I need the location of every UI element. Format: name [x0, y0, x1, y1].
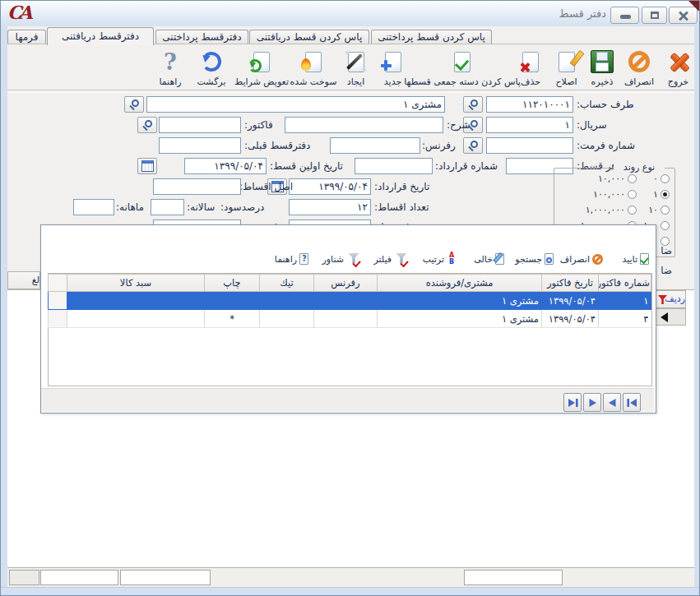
cancel-button[interactable]: انصراف	[620, 47, 658, 88]
col-tick[interactable]: تيك	[260, 275, 314, 292]
table-row[interactable]: ۱ ۱۳۹۹/۰۵/۰۴ مشتری ۱	[49, 292, 651, 310]
dialog-confirm-button[interactable]: تاييد	[622, 250, 649, 268]
dialog-float-button[interactable]: شناور	[322, 250, 359, 268]
rounding-radio-10[interactable]	[661, 206, 670, 215]
label-reference: رفرنس:	[422, 137, 461, 154]
col-print[interactable]: چاپ	[205, 275, 260, 292]
account-party-field[interactable]: ۱۱۲۰۱۰۰۰۱	[486, 96, 573, 113]
new-button[interactable]: جديد	[375, 47, 410, 88]
save-icon	[588, 48, 616, 76]
prev-book-field[interactable]	[159, 137, 241, 154]
minimize-button[interactable]	[610, 7, 639, 24]
reference-field[interactable]	[330, 137, 420, 154]
batch-pass-button[interactable]: پاس كردن دسته جمعی قسطها	[412, 47, 512, 88]
dialog-search-button[interactable]: جستجو	[515, 250, 554, 268]
create-button[interactable]: ايجاد	[338, 47, 373, 88]
invoice-search-button[interactable]	[137, 117, 157, 133]
filter-icon	[394, 253, 407, 266]
search-icon	[545, 253, 554, 265]
burned-icon	[299, 48, 327, 76]
status-panel-3	[120, 570, 211, 585]
search-icon	[471, 99, 478, 107]
monthly-interest-field[interactable]	[73, 199, 114, 215]
exit-icon	[665, 48, 693, 76]
nav-prev-button[interactable]	[603, 393, 621, 412]
account-name-field[interactable]: مشتری ۱	[146, 96, 445, 113]
description-field[interactable]	[285, 117, 443, 133]
tab-pass-receivable[interactable]: پاس كردن قسط دريافتنی	[249, 30, 369, 44]
corner-accent	[688, 1, 699, 12]
calendar-icon	[141, 160, 154, 172]
format-number-field[interactable]	[486, 137, 573, 154]
format-search-button[interactable]	[463, 137, 483, 154]
table-header-row: شماره فاكتور تاريخ فاكتور مشتری/فروشنده …	[49, 275, 651, 292]
label-principal: اصل اقساط:	[243, 178, 293, 195]
rounding-radio-0[interactable]	[661, 174, 670, 183]
dialog-sort-button[interactable]: ترتيب	[423, 250, 457, 268]
tab-forms[interactable]: فرمها	[7, 30, 46, 44]
rounding-radio-100[interactable]	[661, 221, 670, 230]
col-invoice-number[interactable]: شماره فاكتور	[599, 275, 651, 292]
label-prev-book: دفترقسط قبلی:	[244, 137, 315, 154]
rounding-radio-1000000[interactable]	[628, 206, 637, 215]
col-customer-seller[interactable]: مشتری/فروشنده	[378, 275, 542, 292]
frame-bottom	[1, 587, 700, 596]
grid-row-indicator-cell	[655, 308, 686, 326]
frame-right	[694, 26, 700, 596]
account-party-search-button[interactable]	[463, 96, 483, 113]
tab-payable-book[interactable]: دفترقسط پرداختنی	[155, 30, 248, 44]
installment-count-field[interactable]: ۱۲	[289, 199, 371, 215]
col-invoice-date[interactable]: تاريخ فاكتور	[542, 275, 599, 292]
restore-icon	[651, 12, 659, 19]
first-installment-date-field[interactable]: ۱۳۹۹/۰۵/۰۴	[184, 158, 267, 174]
tab-pass-payable[interactable]: پاس كردن قسط پرداختنی	[371, 30, 492, 44]
nav-last-button[interactable]	[563, 393, 582, 412]
invoice-field[interactable]	[159, 117, 241, 133]
help-button[interactable]: راهنما	[152, 47, 188, 88]
label-contract-number: شماره قرارداد:	[435, 158, 503, 174]
dialog-cancel-button[interactable]: انصراف	[560, 250, 603, 268]
serial-field[interactable]: ۱	[486, 117, 573, 133]
dialog-clear-button[interactable]: خالی	[474, 250, 504, 268]
dialog-help-button[interactable]: راهنما	[275, 250, 308, 268]
last-record-icon	[568, 399, 578, 407]
col-reference[interactable]: رفرنس	[314, 275, 378, 292]
rounding-radio-1[interactable]	[661, 190, 670, 199]
frame-left	[1, 26, 7, 596]
account-name-search-button[interactable]	[124, 96, 144, 113]
guarantor-label-fragment-1: ضا	[656, 245, 672, 256]
cancel-icon	[625, 48, 653, 76]
annual-interest-field[interactable]	[151, 199, 184, 215]
rounding-radio-10000[interactable]	[628, 174, 637, 183]
table-row[interactable]: ۴ ۱۳۹۹/۰۵/۰۴ مشتری ۱ *	[49, 310, 651, 328]
contract-date-field[interactable]: ۱۳۹۹/۰۵/۰۴	[289, 178, 371, 195]
invoice-table-container: شماره فاكتور تاريخ فاكتور مشتری/فروشنده …	[48, 273, 652, 386]
exchange-terms-button[interactable]: تعويض شرايط	[234, 47, 289, 88]
nav-next-button[interactable]	[583, 393, 601, 412]
edit-button[interactable]: اصلاح	[549, 47, 584, 88]
restore-button[interactable]	[642, 7, 667, 24]
dialog-filter-button[interactable]: فيلتر	[373, 250, 407, 268]
save-button[interactable]: ذخيره	[586, 47, 619, 88]
exit-button[interactable]: خروج	[660, 47, 697, 88]
rounding-label-100000: ۱۰۰,۰۰۰	[567, 189, 625, 200]
label-format-number: شماره فرمت:	[577, 137, 652, 154]
batch-pass-icon	[448, 48, 476, 76]
first-date-calendar-button[interactable]	[137, 158, 157, 174]
col-indicator	[49, 275, 67, 292]
label-monthly: ماهانه:	[116, 199, 148, 215]
label-annual: سالانه:	[187, 199, 218, 215]
status-panel-2	[40, 570, 118, 585]
grid-row-column-header[interactable]: رديف	[655, 290, 686, 308]
return-button[interactable]: برگشت	[190, 47, 233, 88]
confirm-icon	[640, 253, 649, 265]
tab-receivable-book[interactable]: دفترقسط دريافتنی	[47, 27, 154, 45]
col-basket[interactable]: سبد كالا	[67, 275, 205, 292]
rounding-radio-100000[interactable]	[628, 190, 637, 199]
burned-button[interactable]: سوخت شده	[290, 47, 336, 88]
principal-field[interactable]	[153, 178, 241, 195]
contract-number-field[interactable]	[355, 158, 433, 174]
nav-first-button[interactable]	[623, 393, 641, 412]
label-first-installment-date: تاريخ اولين قسط:	[270, 158, 349, 174]
clear-icon	[495, 253, 504, 265]
